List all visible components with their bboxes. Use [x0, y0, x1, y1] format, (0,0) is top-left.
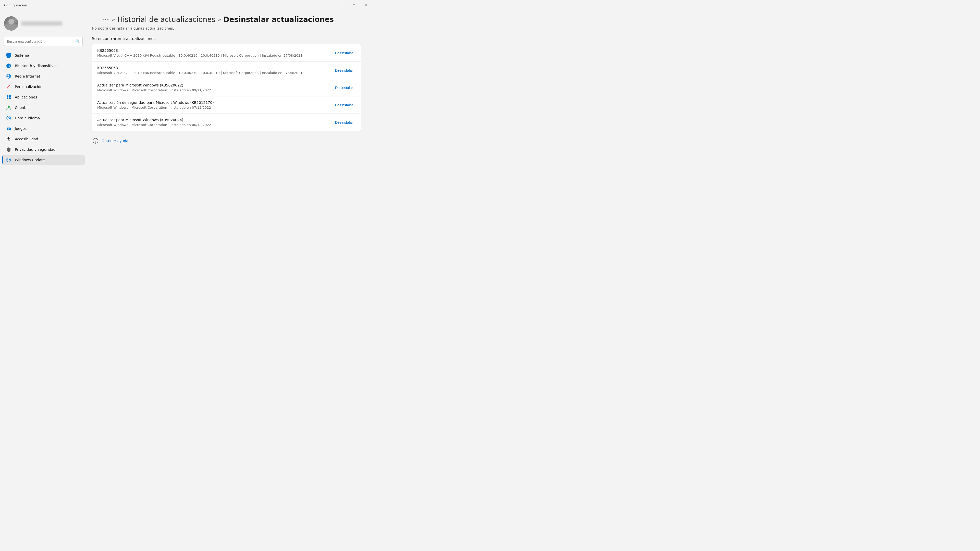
updates-list: KB2565063 Microsoft Visual C++ 2010 x64 … [92, 44, 361, 131]
sidebar-item-personalizacion[interactable]: Personalización [2, 82, 85, 92]
bluetooth-icon: B [6, 63, 11, 68]
search-icon: 🔍 [76, 39, 80, 43]
sidebar-item-hora[interactable]: Hora e idioma [2, 113, 85, 123]
cuentas-icon [6, 105, 11, 110]
update-details-3: Microsoft Windows | Microsoft Corporatio… [97, 106, 332, 110]
sidebar-item-label-cuentas: Cuentas [15, 106, 30, 110]
breadcrumb-sep-1: > [111, 17, 115, 22]
red-icon [6, 74, 11, 79]
help-icon: ? [92, 137, 99, 144]
update-details-2: Microsoft Windows | Microsoft Corporatio… [97, 88, 332, 92]
minimize-button[interactable]: — [336, 0, 348, 10]
maximize-button[interactable]: □ [348, 0, 360, 10]
breadcrumb-sep-2: > [218, 17, 221, 22]
sidebar-item-sistema[interactable]: Sistema [2, 50, 85, 60]
update-info-0: KB2565063 Microsoft Visual C++ 2010 x64 … [97, 48, 332, 57]
svg-rect-11 [9, 95, 11, 97]
svg-rect-10 [6, 95, 8, 97]
avatar-image [4, 16, 18, 30]
close-button[interactable]: ✕ [360, 0, 372, 10]
accesibilidad-icon [6, 137, 11, 141]
page-subtitle: No podrá desinstalar algunas actualizaci… [92, 26, 361, 30]
sidebar-item-label-accesibilidad: Accesibilidad [15, 137, 38, 141]
help-section[interactable]: ? Obtener ayuda [92, 137, 361, 144]
help-label[interactable]: Obtener ayuda [102, 139, 128, 143]
uninstall-button-1[interactable]: Desinstalar [332, 67, 356, 74]
sidebar-item-label-privacidad: Privacidad y seguridad [15, 148, 56, 151]
user-name [21, 21, 62, 25]
back-button[interactable]: ← [92, 16, 100, 24]
sidebar-item-aplicaciones[interactable]: Aplicaciones [2, 92, 85, 102]
uninstall-button-0[interactable]: Desinstalar [332, 49, 356, 57]
sidebar-item-label-bluetooth: Bluetooth y dispositivos [15, 64, 57, 68]
update-info-3: Actualización de seguridad para Microsof… [97, 100, 332, 110]
sidebar-item-label-sistema: Sistema [15, 53, 29, 57]
update-item-4: Actualizar para Microsoft Windows (KB502… [92, 114, 361, 131]
sidebar-item-juegos[interactable]: Juegos [2, 124, 85, 134]
title-bar: Configuración — □ ✕ [0, 0, 372, 10]
update-info-1: KB2565063 Microsoft Visual C++ 2010 x86 … [97, 66, 332, 75]
svg-point-27 [95, 143, 96, 143]
svg-text:?: ? [94, 139, 96, 143]
search-box[interactable]: 🔍 [4, 37, 83, 46]
sidebar-item-windowsupdate[interactable]: Windows Update [2, 155, 85, 165]
update-item-1: KB2565063 Microsoft Visual C++ 2010 x86 … [92, 62, 361, 79]
update-info-4: Actualizar para Microsoft Windows (KB502… [97, 118, 332, 127]
sidebar-item-red[interactable]: Red e Internet [2, 71, 85, 81]
svg-rect-13 [9, 97, 11, 99]
svg-line-8 [7, 85, 10, 88]
sidebar-item-label-juegos: Juegos [15, 127, 27, 130]
update-name-1: KB2565063 [97, 66, 332, 70]
window-title: Configuración [4, 3, 27, 7]
breadcrumb-title: ··· > Historial de actualizaciones > Des… [102, 15, 334, 24]
update-name-2: Actualizar para Microsoft Windows (KB502… [97, 83, 332, 87]
hora-icon [6, 116, 11, 121]
update-name-3: Actualización de seguridad para Microsof… [97, 100, 332, 105]
sidebar-item-label-personalizacion: Personalización [15, 85, 42, 89]
update-item-0: KB2565063 Microsoft Visual C++ 2010 x64 … [92, 44, 361, 62]
breadcrumb-link[interactable]: Historial de actualizaciones [118, 15, 215, 24]
search-input[interactable] [7, 40, 73, 43]
svg-text:B: B [8, 64, 10, 68]
privacidad-icon [6, 147, 11, 152]
sidebar-item-cuentas[interactable]: Cuentas [2, 103, 85, 113]
sidebar: 🔍 Sistema B Bluetooth y dispositiv [0, 10, 87, 208]
svg-line-17 [9, 118, 10, 119]
update-name-4: Actualizar para Microsoft Windows (KB502… [97, 118, 332, 122]
svg-rect-2 [7, 57, 10, 58]
aplicaciones-icon [6, 95, 11, 100]
windowsupdate-icon [6, 157, 11, 162]
update-details-4: Microsoft Windows | Microsoft Corporatio… [97, 123, 332, 127]
update-item-2: Actualizar para Microsoft Windows (KB502… [92, 79, 361, 97]
window-controls: — □ ✕ [336, 0, 372, 10]
uninstall-button-4[interactable]: Desinstalar [332, 119, 356, 126]
sidebar-item-label-red: Red e Internet [15, 74, 40, 78]
svg-point-22 [10, 129, 10, 130]
user-section [0, 14, 87, 36]
main-content: ← ··· > Historial de actualizaciones > D… [87, 10, 372, 208]
juegos-icon [6, 126, 11, 131]
breadcrumb: ← ··· > Historial de actualizaciones > D… [92, 15, 361, 24]
sidebar-item-bluetooth[interactable]: B Bluetooth y dispositivos [2, 61, 85, 71]
sidebar-item-accesibilidad[interactable]: Accesibilidad [2, 134, 85, 144]
sidebar-item-label-hora: Hora e idioma [15, 116, 40, 120]
svg-point-14 [8, 106, 10, 108]
uninstall-button-3[interactable]: Desinstalar [332, 102, 356, 109]
update-details-0: Microsoft Visual C++ 2010 x64 Redistribu… [97, 54, 332, 57]
search-container: 🔍 [0, 36, 87, 50]
sistema-icon [6, 53, 11, 58]
updates-count: Se encontraron 5 actualizaciones [92, 37, 361, 41]
app-body: 🔍 Sistema B Bluetooth y dispositiv [0, 10, 372, 208]
personalizacion-icon [6, 84, 11, 89]
svg-rect-12 [6, 97, 8, 99]
settings-window: Configuración — □ ✕ 🔍 [0, 0, 372, 208]
sidebar-item-label-windowsupdate: Windows Update [15, 158, 45, 162]
breadcrumb-dots: ··· [102, 17, 110, 23]
update-name-0: KB2565063 [97, 48, 332, 52]
uninstall-button-2[interactable]: Desinstalar [332, 84, 356, 91]
sidebar-item-privacidad[interactable]: Privacidad y seguridad [2, 144, 85, 155]
update-info-2: Actualizar para Microsoft Windows (KB502… [97, 83, 332, 92]
breadcrumb-current: Desinstalar actualizaciones [223, 15, 334, 24]
svg-rect-0 [6, 53, 11, 57]
sidebar-nav: Sistema B Bluetooth y dispositivos Red e… [0, 50, 87, 165]
